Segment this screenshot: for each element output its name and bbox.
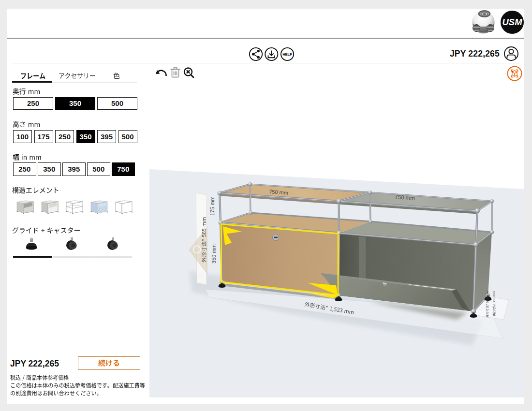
svg-text:350 mm: 350 mm	[211, 244, 217, 264]
svg-text:USM: USM	[502, 17, 522, 27]
svg-text:175 mm: 175 mm	[209, 196, 215, 216]
svg-text:HELP: HELP	[282, 52, 292, 57]
